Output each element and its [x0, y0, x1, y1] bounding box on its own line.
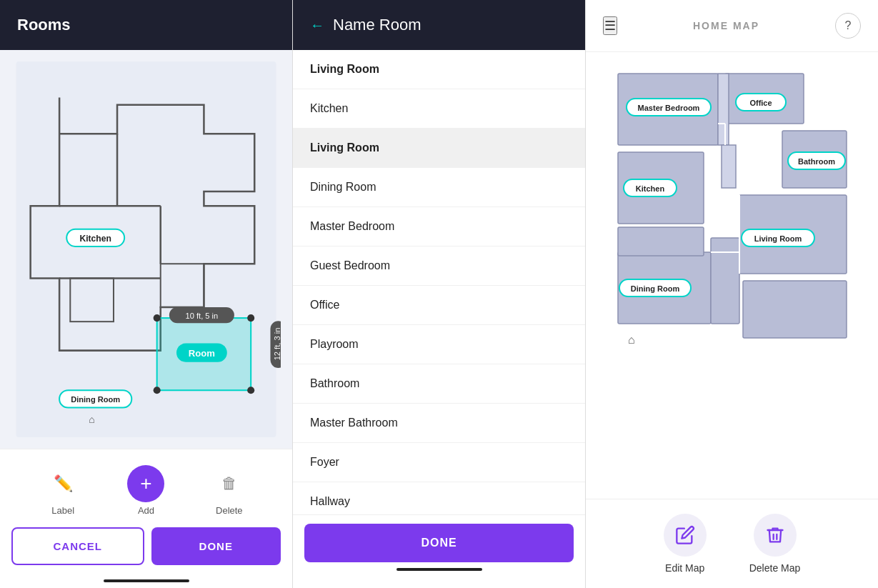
delete-map-label: Delete Map: [749, 562, 801, 574]
back-arrow-icon[interactable]: ←: [310, 17, 324, 34]
left-header: Rooms: [0, 0, 292, 50]
add-button[interactable]: + Add: [127, 465, 164, 516]
mid-bottom: DONE: [293, 514, 585, 588]
room-list-item[interactable]: Hallway: [293, 482, 585, 514]
room-list-item[interactable]: Playroom: [293, 325, 585, 364]
mid-header: ← Name Room: [293, 0, 585, 50]
left-bottom: ✏️ Label + Add 🗑 Delete CANCEL DONE: [0, 449, 292, 588]
room-list-item[interactable]: Master Bedroom: [293, 207, 585, 246]
svg-rect-24: [722, 145, 736, 188]
right-header-title: HOME MAP: [693, 20, 759, 31]
add-button-text: Add: [138, 505, 154, 516]
mid-panel: ← Name Room Living RoomKitchenLiving Roo…: [293, 0, 586, 588]
kitchen-map-label: Kitchen: [79, 234, 111, 244]
label-icon: ✏️: [44, 465, 81, 502]
delete-map-action[interactable]: Delete Map: [749, 514, 801, 574]
delete-icon: 🗑: [211, 465, 248, 502]
done-button[interactable]: DONE: [151, 527, 281, 565]
cancel-button[interactable]: CANCEL: [11, 527, 144, 565]
left-title: Rooms: [17, 16, 71, 34]
svg-rect-26: [711, 238, 739, 324]
add-icon: +: [127, 465, 164, 502]
floor-map-area: 10 ft, 5 in 12 ft, 3 in Room Kitchen Din…: [0, 50, 292, 449]
right-bottom: Edit Map Delete Map: [586, 499, 878, 588]
svg-point-11: [154, 314, 161, 322]
room-list-item[interactable]: Living Room: [293, 129, 585, 168]
dim-label1: 10 ft, 5 in: [186, 312, 219, 320]
home-indicator-mid: [396, 568, 482, 571]
svg-text:Living Room: Living Room: [754, 234, 802, 243]
left-panel: Rooms 10 ft, 5 i: [0, 0, 293, 588]
label-button[interactable]: ✏️ Label: [44, 465, 81, 516]
edit-map-icon: [664, 514, 707, 557]
svg-text:Dining Room: Dining Room: [630, 284, 679, 293]
home-indicator-left: [104, 579, 189, 582]
room-list-item[interactable]: Foyer: [293, 443, 585, 482]
dim-label2: 12 ft, 3 in: [273, 328, 281, 361]
room-label: Room: [189, 348, 215, 359]
floor-map-svg: 10 ft, 5 in 12 ft, 3 in Room Kitchen Din…: [11, 61, 281, 437]
mid-done-button[interactable]: DONE: [304, 524, 574, 562]
delete-button[interactable]: 🗑 Delete: [211, 465, 248, 516]
room-list-item[interactable]: Office: [293, 286, 585, 325]
delete-map-icon: [754, 514, 797, 557]
left-actions: ✏️ Label + Add 🗑 Delete: [0, 458, 292, 522]
svg-point-13: [154, 387, 161, 394]
right-panel: ☰ HOME MAP ?: [586, 0, 878, 588]
label-button-text: Label: [51, 505, 74, 516]
dining-map-label: Dining Room: [71, 395, 120, 404]
right-header: ☰ HOME MAP ?: [586, 0, 878, 52]
svg-text:Office: Office: [749, 99, 772, 107]
edit-map-action[interactable]: Edit Map: [664, 514, 707, 574]
svg-point-12: [247, 314, 254, 322]
delete-button-text: Delete: [216, 505, 243, 516]
room-list-item[interactable]: Master Bathroom: [293, 404, 585, 443]
edit-map-label: Edit Map: [665, 562, 704, 574]
room-list-item[interactable]: Dining Room: [293, 168, 585, 207]
svg-text:⌂: ⌂: [628, 334, 635, 346]
home-icon: ⌂: [89, 414, 95, 425]
svg-text:Master Bedroom: Master Bedroom: [637, 104, 699, 112]
room-list-item[interactable]: Guest Bedroom: [293, 246, 585, 286]
svg-text:Bathroom: Bathroom: [798, 157, 835, 166]
svg-rect-19: [718, 74, 729, 145]
room-list-item[interactable]: Living Room: [293, 50, 585, 89]
room-list-item[interactable]: Kitchen: [293, 89, 585, 129]
mid-header-title: Name Room: [333, 16, 421, 34]
room-list[interactable]: Living RoomKitchenLiving RoomDining Room…: [293, 50, 585, 514]
svg-rect-25: [618, 227, 704, 256]
svg-point-14: [247, 387, 254, 394]
room-list-item[interactable]: Bathroom: [293, 364, 585, 404]
home-map-svg: Master Bedroom Office Bathroom Kitchen D…: [611, 66, 854, 367]
svg-rect-27: [743, 281, 847, 338]
left-cancel-done: CANCEL DONE: [0, 522, 292, 579]
svg-text:Kitchen: Kitchen: [635, 184, 664, 193]
hamburger-button[interactable]: ☰: [603, 16, 617, 35]
help-button[interactable]: ?: [835, 13, 861, 39]
right-content: Master Bedroom Office Bathroom Kitchen D…: [586, 52, 878, 499]
